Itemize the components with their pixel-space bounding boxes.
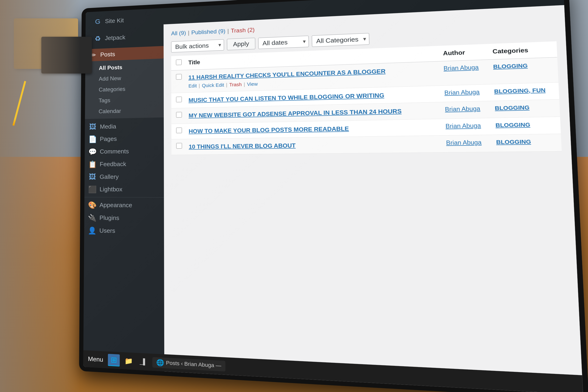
row-categories-cell: BLOGGING	[489, 57, 558, 84]
row-checkbox-cell	[171, 139, 185, 155]
row-checkbox[interactable]	[176, 74, 182, 80]
post-category-link[interactable]: BLOGGING	[496, 122, 530, 128]
chrome-icon: 🌐	[164, 359, 164, 367]
row-checkbox-cell	[171, 70, 185, 93]
sidebar-item-gallery[interactable]: 🖼 Gallery	[84, 170, 164, 183]
row-author-cell: Brian Abuga	[440, 84, 490, 102]
sidebar-item-plugins[interactable]: 🔌 Plugins	[84, 211, 164, 225]
row-author-cell: Brian Abuga	[442, 118, 492, 136]
row-checkbox-cell	[171, 92, 185, 108]
appearance-label: Appearance	[100, 202, 132, 209]
categories-select[interactable]: All Categories	[312, 33, 369, 46]
sitekit-icon: G	[94, 18, 102, 26]
row-author-cell: Brian Abuga	[440, 60, 490, 86]
filter-trash-label: Trash (2)	[231, 26, 255, 34]
sidebar-item-posts-label: Posts	[100, 51, 115, 58]
row-checkbox[interactable]	[176, 143, 182, 149]
select-all-checkbox[interactable]	[176, 60, 182, 65]
sidebar-item-appearance[interactable]: 🎨 Appearance	[84, 199, 164, 212]
row-title-cell: 10 THINGS I'LL NEVER BLOG ABOUT	[185, 136, 442, 155]
sidebar-item-sitekit[interactable]: G Site Kit	[90, 12, 159, 28]
sidebar-item-calendar[interactable]: Calendar	[85, 104, 164, 117]
pages-label: Pages	[100, 135, 117, 142]
row-author-cell: Brian Abuga	[441, 101, 491, 119]
post-title-link[interactable]: 10 THINGS I'LL NEVER BLOG ABOUT	[189, 142, 296, 150]
comments-label: Comments	[100, 148, 129, 155]
row-checkbox[interactable]	[176, 128, 182, 133]
post-category-link[interactable]: BLOGGING, FUN	[494, 87, 546, 94]
dates-select[interactable]: All dates	[258, 36, 309, 49]
comments-icon: 💬	[88, 148, 97, 156]
row-action-trash[interactable]: Trash	[229, 82, 242, 88]
action-separator: |	[226, 82, 228, 88]
feedback-label: Feedback	[100, 160, 126, 168]
dark-tray	[41, 37, 92, 74]
post-title-link[interactable]: MUSIC THAT YOU CAN LISTEN TO WHILE BLOGG…	[188, 92, 384, 103]
filter-published[interactable]: Published (9)	[191, 28, 226, 36]
row-checkbox[interactable]	[176, 96, 182, 102]
sidebar-item-comments[interactable]: 💬 Comments	[85, 145, 164, 158]
lightbox-label: Lightbox	[100, 186, 122, 193]
sidebar-item-sitekit-label: Site Kit	[105, 17, 124, 24]
header-categories-col: Categories	[488, 41, 557, 60]
post-title-link[interactable]: HOW TO MAKE YOUR BLOG POSTS MORE READABL…	[188, 126, 349, 134]
calendar-label: Calendar	[98, 108, 121, 114]
browser-tab[interactable]: 🌐 Posts ‹ Brian Abuga —	[164, 357, 225, 371]
screen: G Site Kit ♻ Jetpack ✏ Posts All Posts	[83, 0, 583, 392]
gallery-icon: 🖼	[88, 173, 96, 181]
posts-table-container: Title Author Categories	[171, 41, 562, 155]
sidebar-item-pages[interactable]: 📄 Pages	[85, 132, 164, 146]
bulk-actions-select[interactable]: Bulk actions	[171, 39, 224, 52]
dates-wrapper: All dates ▾	[258, 36, 309, 49]
categories-label: Categories	[99, 86, 126, 93]
post-category-link[interactable]: BLOGGING	[496, 138, 531, 145]
row-author-cell: Brian Abuga	[442, 135, 492, 152]
sidebar-item-tags[interactable]: Tags	[85, 94, 164, 106]
sidebar-item-lightbox[interactable]: ⬛ Lightbox	[84, 183, 164, 196]
pages-icon: 📄	[88, 135, 97, 143]
users-label: Users	[100, 227, 115, 234]
filter-all[interactable]: All (9)	[171, 30, 186, 37]
apply-button[interactable]: Apply	[227, 38, 256, 50]
row-checkbox-cell	[171, 108, 185, 124]
post-author-link[interactable]: Brian Abuga	[444, 64, 479, 72]
post-title-link[interactable]: MY NEW WEBSITE GOT ADSENSE APPROVAL IN L…	[188, 108, 402, 119]
media-icon: 🖼	[88, 123, 97, 131]
post-category-link[interactable]: BLOGGING	[495, 104, 530, 112]
post-author-link[interactable]: Brian Abuga	[446, 139, 482, 146]
sidebar-item-media[interactable]: 🖼 Media	[85, 119, 164, 133]
post-author-link[interactable]: Brian Abuga	[445, 122, 481, 129]
row-checkbox[interactable]	[176, 112, 182, 118]
post-author-link[interactable]: Brian Abuga	[444, 89, 480, 96]
action-separator: |	[244, 82, 245, 87]
filter-sep2: |	[228, 28, 229, 34]
post-author-link[interactable]: Brian Abuga	[445, 106, 480, 113]
feedback-icon: 📋	[88, 160, 96, 168]
browser-tab-label: Posts ‹ Brian Abuga —	[166, 360, 222, 369]
row-categories-cell: BLOGGING	[492, 134, 562, 152]
filter-trash[interactable]: Trash (2)	[231, 26, 255, 34]
sidebar-item-feedback[interactable]: 📋 Feedback	[84, 157, 164, 170]
users-icon: 👤	[88, 226, 96, 235]
sidebar-item-users[interactable]: 👤 Users	[84, 224, 164, 238]
posts-submenu: All Posts Add New Categories Tags Calend…	[85, 58, 164, 119]
wp-sidebar: G Site Kit ♻ Jetpack ✏ Posts All Posts	[83, 8, 164, 371]
sidebar-item-jetpack-label: Jetpack	[105, 34, 126, 42]
add-new-label: Add New	[99, 75, 121, 82]
row-action-view[interactable]: View	[247, 81, 258, 87]
wp-content: All (9) | Published (9) | Trash (2)	[164, 5, 583, 392]
sidebar-divider	[84, 197, 164, 198]
post-category-link[interactable]: BLOGGING	[493, 62, 528, 70]
posts-table-body: 11 HARSH REALITY CHECKS YOU'LL ENCOUNTER…	[171, 57, 562, 155]
row-action-quick-edit[interactable]: Quick Edit	[202, 82, 224, 88]
row-categories-cell: BLOGGING	[490, 100, 560, 118]
action-separator: |	[199, 83, 200, 88]
other-sidebar-items: 🖼 Media 📄 Pages 💬 Comments 📋 Feedback 🖼	[84, 117, 164, 240]
bulk-actions-wrapper: Bulk actions ▾	[171, 39, 224, 52]
sidebar-item-jetpack[interactable]: ♻ Jetpack	[90, 30, 159, 45]
all-posts-label: All Posts	[99, 64, 122, 71]
row-action-edit[interactable]: Edit	[188, 83, 196, 89]
row-categories-cell: BLOGGING	[491, 117, 561, 135]
filter-all-label: All (9)	[171, 30, 186, 36]
media-label: Media	[100, 123, 116, 130]
